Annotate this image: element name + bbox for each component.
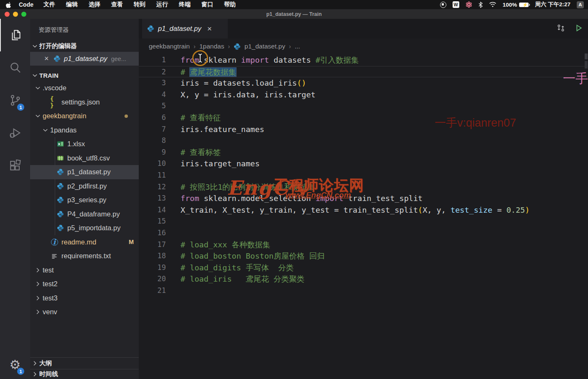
code-line-17[interactable]: 17# load_xxx 各种数据集 (139, 239, 588, 251)
menu-item[interactable]: 查看 (111, 1, 123, 8)
chevron-down-icon[interactable] (33, 85, 42, 91)
menu-item[interactable]: 帮助 (224, 1, 236, 8)
python-file-icon (56, 168, 64, 176)
tab-close-icon[interactable]: × (207, 24, 212, 33)
tree-item--vscode[interactable]: .vscode (30, 81, 139, 95)
code-line-21[interactable]: 21 (139, 285, 588, 297)
json-file-icon: { } (50, 95, 59, 109)
code-line-3[interactable]: 3iris = datasets.load_iris() (139, 77, 588, 89)
chevron-right-icon[interactable] (33, 267, 42, 273)
tree-item-1pandas[interactable]: 1pandas (30, 123, 139, 137)
search-icon[interactable] (0, 51, 30, 84)
code-line-14[interactable]: 14X_train, X_test, y_train, y_test = tra… (139, 204, 588, 216)
window-title-bar[interactable]: p1_dataset.py — Train (0, 9, 588, 19)
python-file-icon (53, 55, 61, 62)
w-app-icon[interactable]: W (453, 0, 459, 9)
tree-item-venv[interactable]: venv (30, 305, 139, 319)
breadcrumb-item-folder[interactable]: geekbangtrain (149, 43, 190, 50)
modified-dot-indicator (125, 114, 128, 118)
code-line-10[interactable]: 10iris.target_names (139, 158, 588, 170)
code-line-19[interactable]: 19# load_digits 手写体 分类 (139, 262, 588, 274)
close-window-button[interactable] (5, 12, 10, 17)
menu-item[interactable]: 编辑 (66, 1, 78, 8)
breadcrumb-item-symbol[interactable]: ... (295, 43, 300, 50)
chevron-down-icon[interactable] (33, 113, 42, 119)
menu-item[interactable]: 窗口 (201, 1, 213, 8)
minimize-window-button[interactable] (13, 12, 18, 17)
run-debug-icon[interactable] (0, 117, 30, 149)
timeline-section-header[interactable]: 时间线 (30, 369, 139, 379)
tree-item-test3[interactable]: test3 (30, 291, 139, 305)
bluetooth-icon[interactable] (479, 0, 483, 9)
tree-item-p4-dataframe-py[interactable]: P4_dataframe.py (30, 207, 139, 221)
info-file-icon: i (50, 239, 59, 246)
source-control-icon[interactable]: 1 (0, 84, 30, 117)
tree-item-test[interactable]: test (30, 263, 139, 277)
outline-section-header[interactable]: 大纲 (30, 357, 139, 369)
tree-item-geekbangtrain[interactable]: geekbangtrain (30, 109, 139, 123)
code-line-9[interactable]: 9# 查看标签 (139, 147, 588, 158)
code-line-15[interactable]: 15 (139, 216, 588, 227)
chevron-right-icon[interactable] (33, 281, 42, 287)
menu-item[interactable]: 文件 (43, 1, 55, 8)
scm-badge: 1 (17, 104, 24, 111)
tree-item-readme-md[interactable]: ireadme.mdM (30, 235, 139, 249)
code-line-5[interactable]: 5 (139, 100, 588, 112)
close-icon[interactable]: × (44, 54, 53, 63)
tree-item-1-xlsx[interactable]: X1.xlsx (30, 137, 139, 151)
tree-item-book-utf8-csv[interactable]: book_utf8.csv (30, 151, 139, 165)
code-line-text (166, 227, 181, 239)
line-number: 14 (139, 204, 166, 216)
chevron-right-icon[interactable] (33, 295, 42, 301)
menu-item[interactable]: 运行 (156, 1, 168, 8)
code-line-2[interactable]: 2# 鸢尾花数据集 (139, 66, 588, 78)
active-app-name[interactable]: Code (19, 1, 33, 8)
breadcrumb-item-file[interactable]: p1_dataset.py (244, 43, 285, 50)
zoom-window-button[interactable] (21, 12, 26, 17)
line-number: 15 (139, 216, 166, 227)
explorer-icon[interactable] (0, 19, 30, 51)
code-line-13[interactable]: 13from sklearn.model_selection import tr… (139, 193, 588, 204)
tree-item-p3-series-py[interactable]: p3_series.py (30, 193, 139, 207)
code-line-11[interactable]: 11 (139, 170, 588, 181)
menu-item[interactable]: 转到 (134, 1, 145, 8)
code-line-20[interactable]: 20# load_iris 鸢尾花 分类聚类 (139, 273, 588, 285)
open-editors-header[interactable]: 打开的编辑器 (30, 41, 139, 52)
menu-item[interactable]: 终端 (179, 1, 191, 8)
open-editor-file-name: p1_dataset.py (64, 55, 107, 63)
settings-gear-icon[interactable]: ⚙ 1 (0, 352, 30, 377)
code-editor[interactable]: 1from sklearn import datasets #引入数据集2# 鸢… (139, 54, 588, 296)
open-changes-icon[interactable] (556, 23, 565, 34)
code-line-12[interactable]: 12# 按照3比1的比例划分训练集和测试集 (139, 181, 588, 193)
screen-record-icon[interactable] (440, 0, 446, 9)
flower-status-icon[interactable] (466, 0, 472, 9)
breadcrumb-item-folder[interactable]: 1pandas (199, 43, 224, 50)
code-line-4[interactable]: 4X, y = iris.data, iris.target (139, 89, 588, 101)
code-line-8[interactable]: 8 (139, 135, 588, 147)
apple-logo-icon[interactable] (6, 2, 11, 8)
extensions-icon[interactable] (0, 149, 30, 182)
code-line-1[interactable]: 1from sklearn import datasets #引入数据集 (139, 54, 588, 66)
run-python-file-icon[interactable] (575, 24, 583, 34)
tree-item-settings-json[interactable]: { }settings.json (30, 95, 139, 109)
code-line-16[interactable]: 16 (139, 227, 588, 239)
tree-item-test2[interactable]: test2 (30, 277, 139, 291)
project-section-header[interactable]: TRAIN (30, 70, 139, 81)
chevron-down-icon[interactable] (41, 127, 49, 133)
wifi-icon[interactable] (489, 0, 496, 9)
input-source-icon[interactable]: A (577, 1, 584, 8)
tab-p1-dataset[interactable]: p1_dataset.py × (142, 19, 228, 38)
menu-item[interactable]: 选择 (89, 1, 100, 8)
chevron-right-icon[interactable] (33, 309, 42, 315)
window-title: p1_dataset.py — Train (266, 11, 322, 17)
code-line-7[interactable]: 7iris.feature_names (139, 124, 588, 135)
code-line-18[interactable]: 18# load_boston Boston房屋价格 回归 (139, 250, 588, 262)
tree-item-p1-dataset-py[interactable]: p1_dataset.py (30, 165, 139, 179)
menu-bar-clock[interactable]: 周六 下午2:27 (535, 1, 570, 8)
tree-item-p2-pdfirst-py[interactable]: p2_pdfirst.py (30, 179, 139, 193)
tree-item-p5-importdata-py[interactable]: p5_importdata.py (30, 221, 139, 235)
code-line-6[interactable]: 6# 查看特征 (139, 112, 588, 124)
open-editor-item-p1-dataset[interactable]: × p1_dataset.py gee... (30, 52, 139, 66)
menu-items: 文件编辑选择查看转到运行终端窗口帮助 (43, 1, 236, 8)
tree-item-requirements-txt[interactable]: requirements.txt (30, 249, 139, 263)
